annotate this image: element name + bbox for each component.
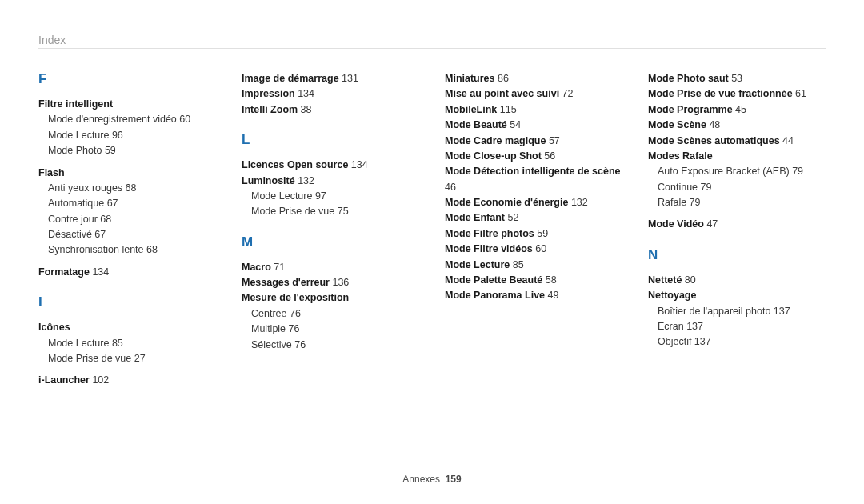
index-entry: Mode Lecture 85 — [445, 258, 622, 273]
index-entry: Messages d'erreur 136 — [242, 275, 419, 290]
index-subentry: Boîtier de l'appareil photo 137 — [648, 304, 826, 319]
index-entry: Mode Photo saut 53 — [648, 71, 826, 86]
index-entry: Miniatures 86 — [445, 71, 622, 86]
index-entry: Mode Enfant 52 — [445, 210, 622, 226]
column-3: Miniatures 86Mise au point avec suivi 72… — [445, 71, 622, 395]
index-entry: Mode Panorama Live 49 — [445, 288, 622, 303]
index-entry: Mode Cadre magique 57 — [445, 134, 622, 149]
index-entry: Mode Programme 45 — [648, 102, 826, 118]
index-entry: Macro 71 — [242, 260, 419, 275]
divider-line — [38, 48, 826, 49]
index-columns: FFiltre intelligentMode d'enregistrement… — [38, 71, 826, 395]
index-entry: MobileLink 115 — [445, 102, 622, 118]
footer-label: Annexes — [402, 474, 440, 485]
index-letter: F — [38, 71, 216, 87]
index-entry: Netteté 80 — [648, 273, 826, 288]
index-subentry: Mode d'enregistrement vidéo 60 — [38, 112, 216, 127]
index-entry: Flash — [38, 166, 216, 181]
index-subentry: Désactivé 67 — [38, 227, 216, 242]
index-entry: Mode Economie d'énergie 132 — [445, 195, 622, 210]
index-entry: Nettoyage — [648, 288, 826, 303]
index-entry: Mode Détection intelligente de scène 46 — [445, 164, 622, 195]
column-2: Image de démarrage 131Impression 134Inte… — [242, 71, 419, 395]
index-subentry: Mode Prise de vue 75 — [242, 204, 419, 219]
index-subentry: Continue 79 — [648, 180, 826, 195]
index-subentry: Ecran 137 — [648, 319, 826, 334]
index-subentry: Mode Lecture 96 — [38, 128, 216, 143]
index-entry: Modes Rafale — [648, 149, 826, 164]
index-subentry: Centrée 76 — [242, 306, 419, 322]
index-entry: Mode Scènes automatiques 44 — [648, 134, 826, 149]
index-entry: Image de démarrage 131 — [242, 71, 419, 86]
index-entry: Mise au point avec suivi 72 — [445, 86, 622, 102]
index-entry: Mode Beauté 54 — [445, 118, 622, 133]
column-4: Mode Photo saut 53Mode Prise de vue frac… — [648, 71, 826, 395]
index-entry: Mode Vidéo 47 — [648, 217, 826, 232]
index-entry: Mode Close-up Shot 56 — [445, 149, 622, 164]
page-footer: Annexes 159 — [0, 474, 864, 485]
index-entry: Mode Filtre photos 59 — [445, 226, 622, 242]
column-1: FFiltre intelligentMode d'enregistrement… — [38, 71, 216, 395]
index-entry: Intelli Zoom 38 — [242, 102, 419, 118]
index-subentry: Mode Lecture 97 — [242, 189, 419, 204]
index-subentry: Rafale 79 — [648, 195, 826, 210]
index-entry: Mode Prise de vue fractionnée 61 — [648, 86, 826, 102]
index-entry: Filtre intelligent — [38, 97, 216, 112]
index-letter: L — [242, 132, 419, 148]
index-letter: M — [242, 234, 419, 250]
index-letter: I — [38, 294, 216, 310]
index-subentry: Automatique 67 — [38, 196, 216, 211]
index-entry: Mode Filtre vidéos 60 — [445, 242, 622, 257]
index-subentry: Mode Lecture 85 — [38, 336, 216, 351]
index-subentry: Objectif 137 — [648, 334, 826, 350]
index-subentry: Contre jour 68 — [38, 212, 216, 227]
index-subentry: Auto Exposure Bracket (AEB) 79 — [648, 164, 826, 179]
footer-page-number: 159 — [446, 474, 462, 485]
page-header: Index — [38, 34, 826, 46]
index-subentry: Multiple 76 — [242, 322, 419, 337]
index-letter: N — [648, 247, 826, 263]
index-entry: Luminosité 132 — [242, 174, 419, 189]
index-entry: Impression 134 — [242, 86, 419, 102]
index-entry: Formatage 134 — [38, 265, 216, 280]
index-subentry: Sélective 76 — [242, 338, 419, 353]
index-subentry: Synchronisation lente 68 — [38, 242, 216, 258]
index-entry: Icônes — [38, 320, 216, 335]
index-entry: Mode Scène 48 — [648, 118, 826, 133]
index-entry: i-Launcher 102 — [38, 373, 216, 388]
index-entry: Mode Palette Beauté 58 — [445, 273, 622, 288]
index-entry: Mesure de l'exposition — [242, 290, 419, 306]
index-subentry: Anti yeux rouges 68 — [38, 181, 216, 196]
index-subentry: Mode Prise de vue 27 — [38, 351, 216, 366]
index-entry: Licences Open source 134 — [242, 158, 419, 173]
index-subentry: Mode Photo 59 — [38, 143, 216, 158]
